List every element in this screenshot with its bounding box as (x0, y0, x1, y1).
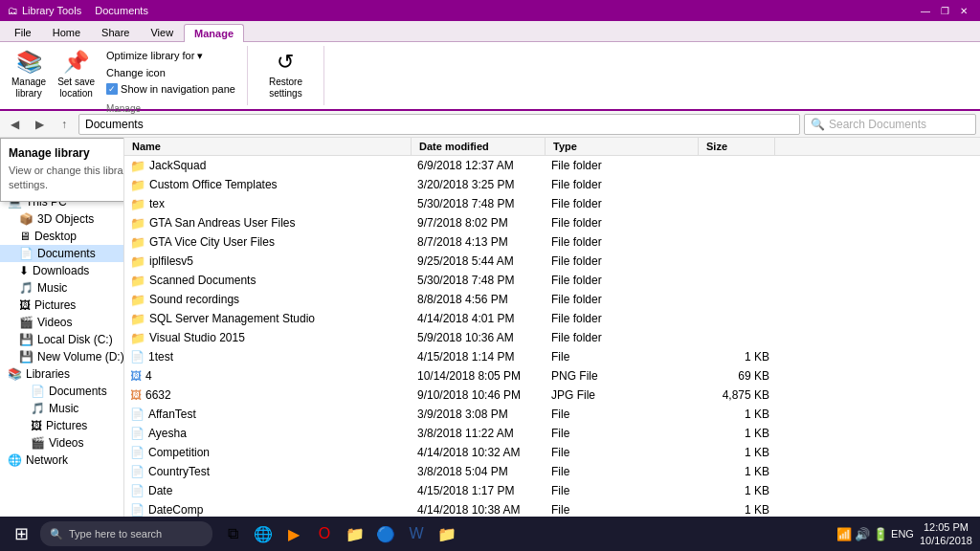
sidebar-item-downloads[interactable]: ⬇ Downloads (0, 262, 123, 279)
disk-icon: 💾 (19, 333, 33, 346)
sidebar-item-label: Pictures (46, 419, 87, 432)
set-save-button[interactable]: 📌 Set savelocation (54, 48, 99, 101)
restore-settings-button[interactable]: ↺ Restoresettings (264, 48, 306, 101)
nav-back-button[interactable]: ◀ (4, 114, 25, 135)
sidebar-item-pictures[interactable]: 🖼 Pictures (0, 297, 123, 314)
file-date: 5/30/2018 7:48 PM (412, 274, 546, 287)
sidebar-item-lib-documents[interactable]: 📄 Documents (0, 383, 123, 400)
tab-home[interactable]: Home (42, 23, 91, 41)
file-name: 📄 AffanTest (124, 408, 412, 421)
chrome-icon[interactable]: 🔵 (371, 518, 400, 549)
vlc-icon[interactable]: ▶ (279, 518, 308, 549)
col-date-header[interactable]: Date modified (412, 138, 546, 155)
taskbar-search[interactable]: 🔍 Type here to search (40, 521, 212, 546)
table-row[interactable]: 📄 Competition 4/14/2018 10:32 AM File 1 … (124, 443, 980, 462)
file-type: File folder (546, 274, 699, 287)
file-name: 🖼 6632 (124, 388, 412, 402)
app-icon: 🗂 (8, 5, 18, 16)
file-name: 📁 Custom Office Templates (124, 178, 412, 192)
col-type-header[interactable]: Type (546, 138, 699, 155)
table-row[interactable]: 📁 JackSquad 6/9/2018 12:37 AM File folde… (124, 156, 980, 175)
file-name: 📁 SQL Server Management Studio (124, 312, 412, 326)
start-button[interactable]: ⊞ (4, 518, 38, 549)
table-row[interactable]: 📁 Custom Office Templates 3/20/2018 3:25… (124, 175, 980, 194)
col-name-header[interactable]: Name (124, 138, 412, 155)
table-row[interactable]: 📁 iplfilesv5 9/25/2018 5:44 AM File fold… (124, 252, 980, 271)
table-row[interactable]: 📁 GTA San Andreas User Files 9/7/2018 8:… (124, 213, 980, 232)
sidebar-item-lib-music[interactable]: 🎵 Music (0, 400, 123, 417)
taskbar-clock[interactable]: 12:05 PM 10/16/2018 (920, 520, 972, 548)
sidebar-item-network[interactable]: 🌐 Network (0, 452, 123, 469)
close-button[interactable]: ✕ (955, 4, 972, 17)
address-box[interactable]: Documents (78, 114, 800, 135)
nav-up-button[interactable]: ↑ (54, 114, 75, 135)
file-date: 3/8/2018 11:22 AM (412, 427, 546, 440)
sidebar-item-music[interactable]: 🎵 Music (0, 279, 123, 297)
table-row[interactable]: 🖼 6632 9/10/2018 10:46 PM JPG File 4,875… (124, 386, 980, 405)
optimize-library-button[interactable]: Optimize library for ▾ (102, 48, 239, 64)
restore-button[interactable]: ❐ (936, 4, 953, 17)
ribbon-restore-content: ↺ Restoresettings (264, 48, 306, 101)
speaker-icon[interactable]: 🔊 (855, 527, 870, 541)
sidebar-item-localdisk[interactable]: 💾 Local Disk (C:) (0, 331, 123, 348)
opera-icon[interactable]: O (310, 518, 339, 549)
title-bar-left: 🗂 Library Tools Documents (8, 5, 148, 16)
table-row[interactable]: 📁 Sound recordings 8/8/2018 4:56 PM File… (124, 290, 980, 309)
table-row[interactable]: 📄 Ayesha 3/8/2018 11:22 AM File 1 KB (124, 424, 980, 443)
sidebar-item-label: Network (26, 453, 68, 467)
explorer-icon[interactable]: 📁 (433, 518, 461, 549)
search-box[interactable]: 🔍 Search Documents (804, 114, 976, 135)
address-path: Documents (85, 118, 144, 131)
show-nav-button[interactable]: ✓ Show in navigation pane (102, 81, 239, 97)
sidebar-item-3dobjects[interactable]: 📦 3D Objects (0, 210, 123, 228)
ribbon-tabs: File Home Share View Manage (0, 21, 980, 42)
file-type-icon: 📄 (130, 446, 145, 459)
folder-icon: 🖼 (31, 419, 42, 432)
sidebar-item-lib-pictures[interactable]: 🖼 Pictures (0, 417, 123, 434)
minimize-button[interactable]: — (917, 4, 934, 17)
title-bar-controls: — ❐ ✕ (917, 4, 972, 17)
address-bar: ◀ ▶ ↑ Documents 🔍 Search Documents (0, 111, 980, 138)
table-row[interactable]: 📁 Visual Studio 2015 5/9/2018 10:36 AM F… (124, 328, 980, 347)
ribbon: 📚 Managelibrary 📌 Set savelocation Optim… (0, 42, 980, 111)
col-size-header[interactable]: Size (699, 138, 775, 155)
table-row[interactable]: 🖼 4 10/14/2018 8:05 PM PNG File 69 KB (124, 366, 980, 386)
table-row[interactable]: 📄 CountryTest 3/8/2018 5:04 PM File 1 KB (124, 462, 980, 481)
file-type: File folder (546, 312, 699, 325)
tab-share[interactable]: Share (91, 23, 140, 41)
file-size: 69 KB (699, 369, 775, 383)
table-row[interactable]: 📄 AffanTest 3/9/2018 3:08 PM File 1 KB (124, 405, 980, 424)
nav-forward-button[interactable]: ▶ (29, 114, 50, 135)
change-icon-label: Change icon (106, 67, 166, 78)
taskview-icon[interactable]: ⧉ (218, 518, 247, 549)
tab-view[interactable]: View (140, 23, 184, 41)
sidebar-item-lib-videos[interactable]: 🎬 Videos (0, 434, 123, 452)
wifi-icon[interactable]: 📶 (836, 527, 852, 541)
locale-label: ENG (891, 528, 914, 540)
folder-icon[interactable]: 📁 (341, 518, 369, 549)
sidebar-item-libraries[interactable]: 📚 Libraries (0, 365, 123, 383)
word-icon[interactable]: W (402, 518, 431, 549)
battery-icon[interactable]: 🔋 (873, 527, 888, 541)
sidebar-item-label: Desktop (34, 230, 77, 243)
edge-icon[interactable]: 🌐 (249, 518, 278, 549)
sidebar-item-documents[interactable]: 📄 Documents (0, 245, 123, 262)
tab-file[interactable]: File (4, 23, 42, 41)
table-row[interactable]: 📄 Date 4/15/2018 1:17 PM File 1 KB (124, 481, 980, 500)
change-icon-button[interactable]: Change icon (102, 65, 239, 80)
tab-manage[interactable]: Manage (184, 24, 244, 42)
table-row[interactable]: 📁 tex 5/30/2018 7:48 PM File folder (124, 194, 980, 213)
table-row[interactable]: 📁 Scanned Documents 5/30/2018 7:48 PM Fi… (124, 271, 980, 290)
folder-icon: 🎵 (31, 402, 45, 415)
file-size: 1 KB (699, 427, 775, 440)
sidebar-item-newvolume[interactable]: 💾 New Volume (D:) (0, 348, 123, 365)
file-list-header: Name Date modified Type Size (124, 138, 980, 156)
table-row[interactable]: 📄 1test 4/15/2018 1:14 PM File 1 KB (124, 347, 980, 366)
table-row[interactable]: 📁 SQL Server Management Studio 4/14/2018… (124, 309, 980, 328)
file-name: 📄 Date (124, 484, 412, 497)
sidebar-item-videos[interactable]: 🎬 Videos (0, 314, 123, 331)
manage-library-button[interactable]: 📚 Managelibrary (8, 48, 50, 101)
file-date: 4/14/2018 4:01 PM (412, 312, 546, 325)
sidebar-item-desktop[interactable]: 🖥 Desktop (0, 228, 123, 245)
table-row[interactable]: 📁 GTA Vice City User Files 8/7/2018 4:13… (124, 232, 980, 252)
